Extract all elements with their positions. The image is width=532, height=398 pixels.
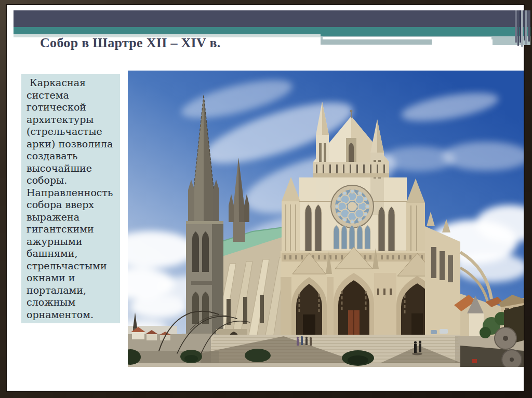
body-text-block: Каркасная система готической архитектуры…	[21, 74, 120, 323]
slide: Собор в Шартре XII – XIV в. Каркасная си…	[7, 5, 524, 391]
accent-line	[521, 10, 523, 47]
portal-arches	[291, 273, 438, 335]
accent-line	[528, 10, 530, 42]
rose-window	[331, 185, 374, 228]
slide-frame: { "slide": { "title": "Собор в Шартре XI…	[0, 0, 532, 398]
slide-title: Собор в Шартре XII – XIV в.	[40, 33, 352, 53]
accent-line	[525, 10, 527, 45]
portal-porch	[281, 247, 438, 336]
header-accent-lines	[515, 10, 530, 49]
accent-line	[515, 10, 517, 43]
lancet-row	[334, 225, 370, 249]
header-bar-navy	[14, 10, 530, 27]
accent-line	[517, 10, 519, 46]
cathedral-photo	[128, 71, 524, 367]
